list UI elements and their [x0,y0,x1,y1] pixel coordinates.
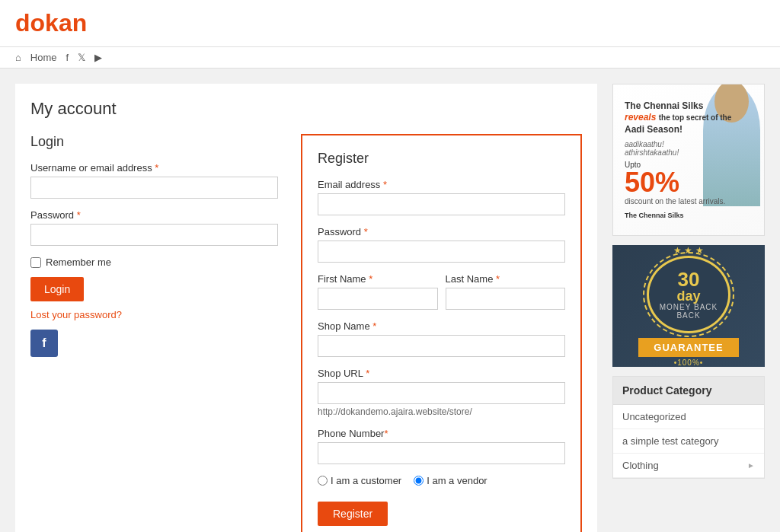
customer-radio-label[interactable]: I am a customer [318,475,401,486]
shop-name-input[interactable] [318,335,565,357]
register-password-label: Password * [318,226,565,237]
ad-30day-content: ★ ★ ★ 30 day MONEY BACK BACK GUARANTEE •… [612,245,765,367]
category-uncategorized-link[interactable]: Uncategorized [622,411,686,422]
home-icon: ⌂ [15,52,21,63]
guarantee-ribbon: GUARANTEE [638,338,738,357]
register-password-group: Password * [318,226,565,263]
shop-name-group: Shop Name * [318,320,565,357]
guarantee-100: •100%• [674,358,704,367]
first-name-label: First Name * [318,273,438,285]
remember-me-checkbox[interactable] [30,257,41,268]
shop-url-input[interactable] [318,382,565,404]
shop-url-hint: http://dokandemo.ajaira.website/store/ [318,406,565,417]
ad-title: The Chennai Silks reveals the top secret… [625,100,756,136]
last-name-label: Last Name * [446,273,566,285]
list-item[interactable]: Clothing ► [613,454,764,478]
ad-chennai-content: The Chennai Silks reveals the top secret… [612,84,765,236]
nav-home-link[interactable]: Home [30,52,57,63]
first-name-group: First Name * [318,273,438,310]
list-item[interactable]: a simple test category [613,429,764,454]
two-column-layout: Login Username or email address * Passwo… [30,134,582,532]
login-button[interactable]: Login [30,277,84,301]
login-password-input[interactable] [30,224,278,246]
shop-name-label: Shop Name * [318,320,565,332]
chevron-right-icon: ► [747,461,755,470]
role-radio-group: I am a customer I am a vendor [318,475,565,486]
category-clothing-link[interactable]: Clothing [622,460,659,471]
nav-youtube-link[interactable]: ▶ [94,52,102,63]
register-section: Register Email address * Password * [301,134,582,532]
phone-label: Phone Number* [318,428,565,439]
login-facebook-button[interactable]: f [30,330,58,357]
register-title: Register [318,151,565,167]
phone-group: Phone Number* [318,428,565,464]
password-group: Password * [30,209,278,246]
nav-twitter-link[interactable]: 𝕏 [78,52,85,63]
login-password-label: Password * [30,209,278,221]
first-name-input[interactable] [318,288,438,310]
site-logo: dokan [15,9,765,37]
nav-bar: ⌂ Home f 𝕏 ▶ [0,47,780,68]
product-category-section: Product Category Uncategorized a simple … [612,376,765,479]
chennai-silks-ad[interactable]: The Chennai Silks reveals the top secret… [612,84,765,236]
shop-url-label: Shop URL * [318,368,565,379]
content-area: My account Login Username or email addre… [15,84,597,532]
vendor-radio[interactable] [414,476,424,486]
login-title: Login [30,134,278,150]
login-section: Login Username or email address * Passwo… [30,134,278,532]
register-password-input[interactable] [318,241,565,263]
ad-sub: aadikaathu! athirshtakaathu! [625,140,756,157]
username-label: Username or email address * [30,162,278,174]
email-input[interactable] [318,193,565,215]
vendor-radio-label[interactable]: I am a vendor [414,475,488,486]
register-button[interactable]: Register [318,502,388,526]
logo-accent: d [15,9,30,37]
phone-input[interactable] [318,442,565,464]
name-fields: First Name * Last Name * [318,273,565,320]
last-name-group: Last Name * [446,273,566,310]
shop-url-group: Shop URL * http://dokandemo.ajaira.websi… [318,368,565,417]
nav-facebook-link[interactable]: f [66,52,69,63]
page-title: My account [30,99,582,119]
top-bar: dokan [0,0,780,47]
main-wrapper: My account Login Username or email addre… [0,68,780,532]
badge-circle: 30 day MONEY BACK BACK [647,256,730,333]
username-input[interactable] [30,177,278,199]
remember-me-group: Remember me [30,256,278,268]
list-item[interactable]: Uncategorized [613,405,764,429]
last-name-input[interactable] [446,288,566,310]
ad-brand: The Chennai Silks [625,212,756,219]
ad-discount-block: Upto 50% discount on the latest arrivals… [625,160,756,205]
email-label: Email address * [318,179,565,190]
username-group: Username or email address * [30,162,278,199]
customer-radio[interactable] [318,476,328,486]
sidebar: The Chennai Silks reveals the top secret… [612,84,765,532]
email-group: Email address * [318,179,565,215]
product-category-title: Product Category [613,377,764,405]
lost-password-link[interactable]: Lost your password? [30,309,278,320]
money-back-ad[interactable]: ★ ★ ★ 30 day MONEY BACK BACK GUARANTEE •… [612,245,765,367]
remember-me-label: Remember me [46,256,111,268]
category-simple-test-link[interactable]: a simple test category [622,435,718,447]
